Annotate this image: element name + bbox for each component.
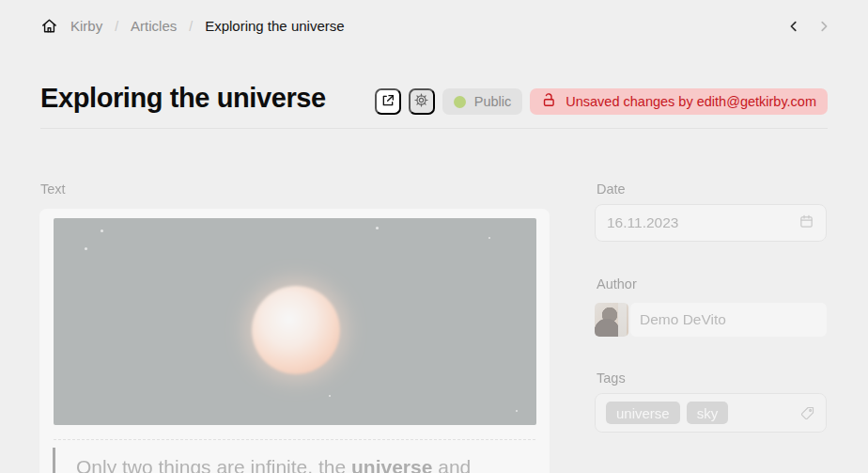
date-field-label: Date [597, 181, 626, 197]
sibling-pager [784, 0, 833, 52]
text-field-editor[interactable]: Only two things are infinite, the univer… [39, 209, 550, 473]
lock-badge: Unsaved changes by edith@getkirby.com [530, 88, 828, 115]
author-field-label: Author [597, 276, 637, 292]
home-icon[interactable] [40, 17, 58, 35]
date-value: 16.11.2023 [607, 214, 678, 231]
kirby-panel-page: { "breadcrumb": { "separator": "/", "ite… [0, 0, 868, 473]
breadcrumb-item-current[interactable]: Exploring the universe [205, 18, 344, 34]
topbar: Kirby / Articles / Exploring the univers… [0, 0, 868, 52]
tags-input[interactable]: universe sky [595, 393, 827, 433]
text-field-label: Text [40, 181, 66, 197]
tag-pill-universe[interactable]: universe [606, 402, 680, 424]
external-link-icon [380, 93, 395, 111]
unlocked-icon [541, 92, 557, 111]
image-block-moon[interactable] [54, 218, 536, 425]
calendar-icon[interactable] [798, 213, 814, 233]
moon-image [252, 286, 340, 374]
date-input[interactable]: 16.11.2023 [595, 204, 827, 242]
status-dot-icon [454, 96, 466, 108]
tags-field-label: Tags [597, 371, 626, 386]
breadcrumb-separator: / [115, 19, 118, 34]
chevron-left-icon[interactable] [784, 17, 803, 36]
star-dot [85, 247, 87, 250]
author-list-item[interactable]: Demo DeVito [595, 303, 827, 337]
quote-text-bold: universe [351, 456, 432, 473]
gear-icon [413, 92, 429, 111]
page-title: Exploring the universe [40, 83, 326, 114]
star-dot [516, 410, 518, 412]
lock-message: Unsaved changes by edith@getkirby.com [566, 94, 816, 109]
star-dot [488, 237, 490, 239]
breadcrumb: Kirby / Articles / Exploring the univers… [40, 0, 345, 52]
quote-text-part1: Only two things are infinite, the [76, 456, 351, 473]
breadcrumb-separator: / [189, 19, 193, 34]
star-dot [329, 395, 331, 397]
settings-button[interactable] [409, 88, 435, 115]
tag-icon [799, 405, 815, 421]
locked-form-area: Text Only two things are infinite, the u… [0, 128, 868, 473]
chevron-right-icon[interactable] [814, 17, 833, 36]
block-separator [54, 439, 535, 440]
tag-pill-sky[interactable]: sky [687, 402, 729, 424]
status-badge[interactable]: Public [442, 88, 523, 115]
star-dot [101, 229, 103, 232]
open-preview-button[interactable] [375, 88, 401, 115]
star-dot [376, 227, 379, 229]
breadcrumb-item-kirby[interactable]: Kirby [70, 18, 102, 34]
header-actions: Public Unsaved changes by edith@getkirby… [375, 88, 828, 115]
author-name: Demo DeVito [630, 303, 827, 337]
quote-block[interactable]: Only two things are infinite, the univer… [53, 448, 535, 473]
status-label: Public [474, 94, 512, 109]
breadcrumb-item-articles[interactable]: Articles [131, 18, 177, 34]
author-avatar [595, 303, 628, 337]
